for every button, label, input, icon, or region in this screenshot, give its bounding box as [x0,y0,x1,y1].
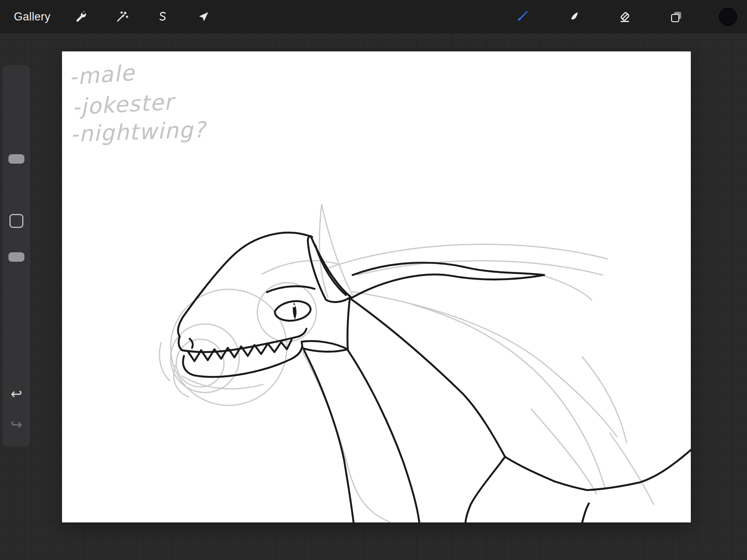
transform-button[interactable] [193,7,214,27]
selection-button[interactable] [152,7,173,27]
paintbrush-icon [515,10,529,23]
transform-arrow-icon [197,10,210,23]
smudge-button[interactable] [563,7,584,27]
top-toolbar: Gallery [0,0,747,34]
toolbar-right-group [512,6,747,27]
erase-button[interactable] [615,7,635,27]
note-line-1: -male [68,60,136,90]
brush-size-slider[interactable] [3,65,30,214]
redo-icon: ↪ [11,417,22,431]
gallery-button[interactable]: Gallery [14,10,50,23]
drawing-canvas[interactable]: -male -jokester -nightwing? [62,51,691,522]
actions-button[interactable] [71,7,91,27]
magic-wand-icon [115,10,128,23]
selection-s-icon [156,10,169,23]
ink-lineart [178,233,691,522]
undo-button[interactable]: ↩ [3,384,30,404]
layers-icon [670,10,683,23]
paint-button[interactable] [512,7,532,27]
handwritten-notes: -male -jokester -nightwing? [68,60,208,147]
opacity-slider[interactable] [3,228,30,338]
note-line-2: -jokester [71,89,177,120]
wrench-icon [74,10,88,23]
eraser-icon [618,10,631,23]
note-line-3: -nightwing? [70,117,208,147]
tool-sidebar: ↩ ↪ [3,65,30,447]
color-button[interactable] [717,6,739,27]
smudge-icon [567,10,580,23]
redo-button[interactable]: ↪ [3,414,30,435]
adjustments-button[interactable] [112,7,132,27]
opacity-handle[interactable] [8,252,24,262]
undo-icon: ↩ [11,387,22,401]
modify-button[interactable] [9,214,23,228]
brush-size-handle[interactable] [8,154,24,164]
procreate-workspace: { "toolbar": { "gallery_label": "Gallery… [0,0,747,560]
current-color-swatch [717,6,739,27]
layers-button[interactable] [666,7,686,27]
artwork-drawing: -male -jokester -nightwing? [62,51,691,522]
toolbar-left-group: Gallery [0,7,214,27]
